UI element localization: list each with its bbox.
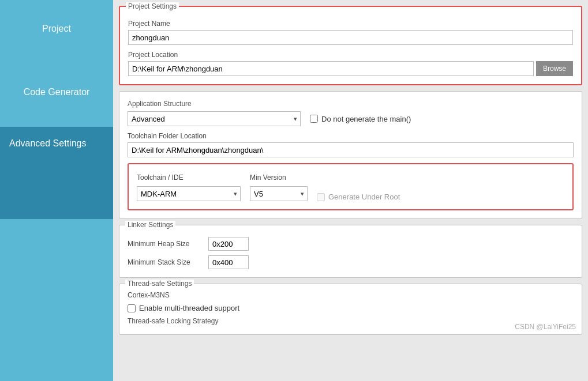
toolchain-folder-input[interactable] [128, 142, 574, 157]
do-not-generate-label: Do not generate the main() [321, 115, 411, 123]
generate-under-root-checkbox [317, 193, 325, 201]
app-structure-select-wrapper: Basic Advanced [128, 111, 301, 126]
main-content: Project Settings Project Name Project Lo… [113, 0, 588, 381]
min-version-col: Min Version V4 V5 V6 [250, 173, 308, 201]
toolchain-ide-select-wrapper: MDK-ARM IAR GCC [137, 186, 241, 201]
generate-under-root-label: Generate Under Root [317, 193, 400, 201]
toolchain-ide-col: Toolchain / IDE MDK-ARM IAR GCC [137, 173, 241, 201]
enable-multi-threaded-label[interactable]: Enable multi-threaded support [128, 304, 574, 312]
thread-safe-legend: Thread-safe Settings [125, 280, 194, 288]
project-settings-group: Project Settings Project Name Project Lo… [119, 6, 582, 85]
cortex-label: Cortex-M3NS [128, 291, 574, 299]
toolchain-ide-select[interactable]: MDK-ARM IAR GCC [137, 186, 241, 201]
toolchain-row: Toolchain / IDE MDK-ARM IAR GCC Min Vers… [137, 173, 564, 201]
min-stack-label: Minimum Stack Size [128, 258, 203, 266]
sidebar-item-advanced-settings[interactable]: Advanced Settings [0, 127, 113, 219]
app-structure-block: Application Structure Basic Advanced Do … [128, 100, 574, 126]
sidebar-advanced-settings-label: Advanced Settings [9, 138, 86, 149]
min-heap-input[interactable] [208, 237, 249, 251]
min-version-select[interactable]: V4 V5 V6 [250, 186, 308, 201]
toolchain-folder-label: Toolchain Folder Location [128, 132, 574, 140]
locking-strategy-label: Thread-safe Locking Strategy [128, 317, 574, 325]
thread-safe-settings-group: Thread-safe Settings Cortex-M3NS Enable … [119, 284, 582, 335]
sidebar-item-project[interactable]: Project [0, 0, 113, 58]
sidebar: Project Code Generator Advanced Settings [0, 0, 113, 381]
enable-multi-threaded-text: Enable multi-threaded support [139, 304, 239, 312]
sidebar-code-generator-label: Code Generator [24, 87, 90, 97]
min-stack-row: Minimum Stack Size [128, 255, 574, 269]
toolchain-folder-row: Toolchain Folder Location [128, 132, 574, 157]
sidebar-project-label: Project [42, 24, 71, 34]
project-name-row: Project Name [128, 20, 573, 45]
application-structure-section: Application Structure Basic Advanced Do … [119, 91, 582, 219]
min-version-label: Min Version [250, 173, 308, 182]
app-structure-select[interactable]: Basic Advanced [128, 111, 301, 126]
project-location-input[interactable] [128, 61, 534, 76]
linker-settings-legend: Linker Settings [125, 221, 175, 229]
min-stack-input[interactable] [208, 255, 249, 269]
min-heap-label: Minimum Heap Size [128, 240, 203, 248]
project-location-input-group: Browse [128, 61, 573, 76]
do-not-generate-checkbox[interactable] [310, 115, 318, 123]
sidebar-item-code-generator[interactable]: Code Generator [0, 58, 113, 127]
project-location-row: Project Location Browse [128, 51, 573, 76]
browse-button[interactable]: Browse [536, 61, 573, 76]
generate-under-root-text: Generate Under Root [328, 193, 400, 201]
project-name-label: Project Name [128, 20, 573, 28]
toolchain-ide-section: Toolchain / IDE MDK-ARM IAR GCC Min Vers… [128, 163, 574, 210]
enable-multi-threaded-checkbox[interactable] [128, 304, 136, 312]
project-name-input[interactable] [128, 30, 573, 45]
project-settings-legend: Project Settings [126, 2, 179, 10]
project-location-label: Project Location [128, 51, 573, 59]
min-heap-row: Minimum Heap Size [128, 237, 574, 251]
toolchain-ide-label: Toolchain / IDE [137, 173, 241, 182]
do-not-generate-checkbox-label[interactable]: Do not generate the main() [310, 115, 411, 123]
app-structure-label: Application Structure [128, 100, 574, 108]
watermark: CSDN @LaiYiFei25 [515, 323, 576, 331]
app-structure-row: Basic Advanced Do not generate the main(… [128, 111, 574, 126]
min-version-select-wrapper: V4 V5 V6 [250, 186, 308, 201]
linker-settings-group: Linker Settings Minimum Heap Size Minimu… [119, 225, 582, 278]
